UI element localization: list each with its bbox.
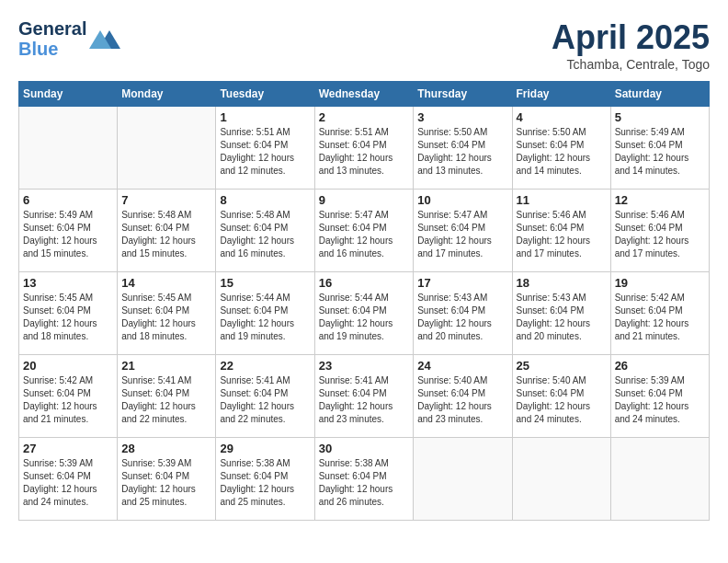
- day-info: Sunrise: 5:38 AM Sunset: 6:04 PM Dayligh…: [319, 457, 410, 509]
- weekday-row: SundayMondayTuesdayWednesdayThursdayFrid…: [19, 82, 710, 107]
- calendar-cell: 9Sunrise: 5:47 AM Sunset: 6:04 PM Daylig…: [314, 190, 414, 272]
- calendar-cell: 4Sunrise: 5:50 AM Sunset: 6:04 PM Daylig…: [512, 107, 610, 190]
- calendar-cell: 15Sunrise: 5:44 AM Sunset: 6:04 PM Dayli…: [216, 272, 314, 355]
- calendar-cell: 26Sunrise: 5:39 AM Sunset: 6:04 PM Dayli…: [610, 355, 709, 438]
- day-info: Sunrise: 5:43 AM Sunset: 6:04 PM Dayligh…: [517, 292, 607, 343]
- weekday-header-saturday: Saturday: [610, 82, 709, 107]
- day-number: 19: [615, 276, 705, 290]
- day-number: 2: [319, 110, 410, 124]
- calendar-table: SundayMondayTuesdayWednesdayThursdayFrid…: [18, 81, 710, 521]
- day-number: 27: [23, 442, 113, 455]
- day-info: Sunrise: 5:40 AM Sunset: 6:04 PM Dayligh…: [417, 374, 507, 426]
- calendar-cell: 1Sunrise: 5:51 AM Sunset: 6:04 PM Daylig…: [216, 107, 314, 190]
- day-info: Sunrise: 5:40 AM Sunset: 6:04 PM Dayligh…: [517, 374, 607, 426]
- logo-icon: [89, 23, 120, 54]
- calendar-cell: [118, 107, 216, 190]
- calendar-cell: 10Sunrise: 5:47 AM Sunset: 6:04 PM Dayli…: [414, 190, 512, 272]
- day-info: Sunrise: 5:49 AM Sunset: 6:04 PM Dayligh…: [615, 126, 705, 178]
- calendar-cell: 2Sunrise: 5:51 AM Sunset: 6:04 PM Daylig…: [314, 107, 414, 190]
- day-number: 30: [319, 442, 410, 455]
- day-number: 21: [121, 359, 211, 373]
- day-info: Sunrise: 5:41 AM Sunset: 6:04 PM Dayligh…: [121, 374, 211, 426]
- day-info: Sunrise: 5:50 AM Sunset: 6:04 PM Dayligh…: [417, 126, 507, 178]
- calendar-header: SundayMondayTuesdayWednesdayThursdayFrid…: [19, 82, 710, 107]
- day-info: Sunrise: 5:39 AM Sunset: 6:04 PM Dayligh…: [23, 457, 113, 509]
- week-row-4: 20Sunrise: 5:42 AM Sunset: 6:04 PM Dayli…: [19, 355, 710, 438]
- logo-line2: Blue: [18, 39, 86, 59]
- day-number: 18: [517, 276, 607, 290]
- day-number: 4: [517, 110, 607, 124]
- day-info: Sunrise: 5:51 AM Sunset: 6:04 PM Dayligh…: [220, 126, 310, 178]
- week-row-2: 6Sunrise: 5:49 AM Sunset: 6:04 PM Daylig…: [19, 190, 710, 272]
- day-number: 25: [517, 359, 607, 373]
- day-info: Sunrise: 5:49 AM Sunset: 6:04 PM Dayligh…: [23, 209, 113, 260]
- calendar-cell: 5Sunrise: 5:49 AM Sunset: 6:04 PM Daylig…: [610, 107, 709, 190]
- day-number: 3: [417, 110, 507, 124]
- day-number: 23: [319, 359, 410, 373]
- day-info: Sunrise: 5:44 AM Sunset: 6:04 PM Dayligh…: [220, 292, 310, 343]
- day-number: 14: [121, 276, 211, 290]
- calendar-cell: 3Sunrise: 5:50 AM Sunset: 6:04 PM Daylig…: [414, 107, 512, 190]
- calendar-cell: 24Sunrise: 5:40 AM Sunset: 6:04 PM Dayli…: [414, 355, 512, 438]
- calendar-cell: [19, 107, 118, 190]
- day-info: Sunrise: 5:46 AM Sunset: 6:04 PM Dayligh…: [517, 209, 607, 260]
- calendar-cell: 28Sunrise: 5:39 AM Sunset: 6:04 PM Dayli…: [118, 438, 216, 521]
- day-number: 11: [517, 193, 607, 207]
- day-number: 5: [615, 110, 705, 124]
- day-number: 29: [220, 442, 310, 455]
- calendar-cell: 6Sunrise: 5:49 AM Sunset: 6:04 PM Daylig…: [19, 190, 118, 272]
- weekday-header-thursday: Thursday: [414, 82, 512, 107]
- calendar-cell: 25Sunrise: 5:40 AM Sunset: 6:04 PM Dayli…: [512, 355, 610, 438]
- calendar-cell: [610, 438, 709, 521]
- calendar-cell: 12Sunrise: 5:46 AM Sunset: 6:04 PM Dayli…: [610, 190, 709, 272]
- day-number: 12: [615, 193, 705, 207]
- calendar-cell: [414, 438, 512, 521]
- day-info: Sunrise: 5:42 AM Sunset: 6:04 PM Dayligh…: [23, 374, 113, 426]
- calendar-cell: 18Sunrise: 5:43 AM Sunset: 6:04 PM Dayli…: [512, 272, 610, 355]
- day-info: Sunrise: 5:45 AM Sunset: 6:04 PM Dayligh…: [121, 292, 211, 343]
- day-info: Sunrise: 5:50 AM Sunset: 6:04 PM Dayligh…: [517, 126, 607, 178]
- calendar-body: 1Sunrise: 5:51 AM Sunset: 6:04 PM Daylig…: [19, 107, 710, 521]
- day-info: Sunrise: 5:41 AM Sunset: 6:04 PM Dayligh…: [319, 374, 410, 426]
- day-info: Sunrise: 5:47 AM Sunset: 6:04 PM Dayligh…: [417, 209, 507, 260]
- logo: General Blue: [18, 18, 120, 59]
- day-info: Sunrise: 5:45 AM Sunset: 6:04 PM Dayligh…: [23, 292, 113, 343]
- day-info: Sunrise: 5:39 AM Sunset: 6:04 PM Dayligh…: [615, 374, 705, 426]
- location: Tchamba, Centrale, Togo: [552, 57, 710, 72]
- day-info: Sunrise: 5:38 AM Sunset: 6:04 PM Dayligh…: [220, 457, 310, 509]
- calendar-cell: 19Sunrise: 5:42 AM Sunset: 6:04 PM Dayli…: [610, 272, 709, 355]
- calendar-cell: 20Sunrise: 5:42 AM Sunset: 6:04 PM Dayli…: [19, 355, 118, 438]
- day-info: Sunrise: 5:44 AM Sunset: 6:04 PM Dayligh…: [319, 292, 410, 343]
- calendar-cell: 21Sunrise: 5:41 AM Sunset: 6:04 PM Dayli…: [118, 355, 216, 438]
- day-number: 8: [220, 193, 310, 207]
- day-info: Sunrise: 5:42 AM Sunset: 6:04 PM Dayligh…: [615, 292, 705, 343]
- logo-line1: General: [18, 18, 86, 39]
- calendar-cell: 22Sunrise: 5:41 AM Sunset: 6:04 PM Dayli…: [216, 355, 314, 438]
- day-number: 13: [23, 276, 113, 290]
- day-info: Sunrise: 5:48 AM Sunset: 6:04 PM Dayligh…: [220, 209, 310, 260]
- calendar-cell: 14Sunrise: 5:45 AM Sunset: 6:04 PM Dayli…: [118, 272, 216, 355]
- month-year: April 2025: [552, 18, 710, 57]
- calendar-cell: 27Sunrise: 5:39 AM Sunset: 6:04 PM Dayli…: [19, 438, 118, 521]
- day-number: 20: [23, 359, 113, 373]
- calendar-cell: 30Sunrise: 5:38 AM Sunset: 6:04 PM Dayli…: [314, 438, 414, 521]
- weekday-header-friday: Friday: [512, 82, 610, 107]
- calendar-cell: 8Sunrise: 5:48 AM Sunset: 6:04 PM Daylig…: [216, 190, 314, 272]
- calendar-cell: 29Sunrise: 5:38 AM Sunset: 6:04 PM Dayli…: [216, 438, 314, 521]
- weekday-header-sunday: Sunday: [19, 82, 118, 107]
- day-info: Sunrise: 5:43 AM Sunset: 6:04 PM Dayligh…: [417, 292, 507, 343]
- day-number: 7: [121, 193, 211, 207]
- day-number: 1: [220, 110, 310, 124]
- day-number: 28: [121, 442, 211, 455]
- day-info: Sunrise: 5:46 AM Sunset: 6:04 PM Dayligh…: [615, 209, 705, 260]
- weekday-header-monday: Monday: [118, 82, 216, 107]
- calendar-cell: 7Sunrise: 5:48 AM Sunset: 6:04 PM Daylig…: [118, 190, 216, 272]
- day-number: 17: [417, 276, 507, 290]
- day-info: Sunrise: 5:47 AM Sunset: 6:04 PM Dayligh…: [319, 209, 410, 260]
- week-row-1: 1Sunrise: 5:51 AM Sunset: 6:04 PM Daylig…: [19, 107, 710, 190]
- week-row-3: 13Sunrise: 5:45 AM Sunset: 6:04 PM Dayli…: [19, 272, 710, 355]
- weekday-header-wednesday: Wednesday: [314, 82, 414, 107]
- day-number: 15: [220, 276, 310, 290]
- day-number: 9: [319, 193, 410, 207]
- title-block: April 2025 Tchamba, Centrale, Togo: [552, 18, 710, 72]
